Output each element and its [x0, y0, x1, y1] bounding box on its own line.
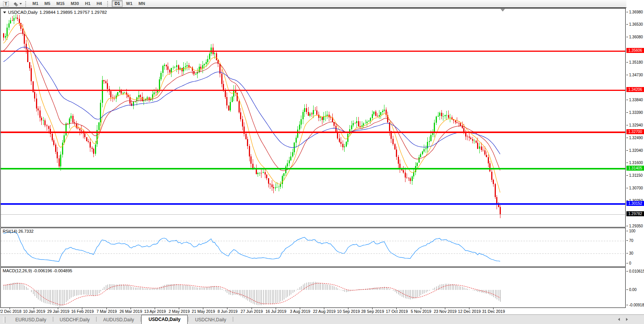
- chart-tab-usdcad[interactable]: USDCAD,Daily: [141, 315, 188, 324]
- timeframe-button-w1[interactable]: W1: [123, 0, 135, 7]
- chart-title: USDCAD,Daily 1.29844 1.29895 1.29757 1.2…: [3, 10, 107, 15]
- toolbar-separator: [107, 1, 109, 7]
- hline-price-label: 1.32700: [626, 129, 644, 134]
- toolbar: T M1M5M15M30H1H4D1W1MN: [0, 0, 644, 8]
- ohlc-quote-label: 1.29844 1.29895 1.29757 1.29782: [39, 10, 107, 15]
- chart-tab-audusd[interactable]: AUDUSD,Daily: [97, 316, 140, 324]
- chart-tab-usdcnh[interactable]: USDCNH,Daily: [189, 316, 232, 324]
- chart-tab-usdchf[interactable]: USDCHF,Daily: [54, 316, 96, 324]
- hline-price-label: 1.34206: [626, 87, 644, 92]
- rsi-axis-tick: 30: [626, 251, 633, 256]
- price-axis-tick: 1.29350: [626, 224, 643, 229]
- rsi-axis-tick: 100: [626, 229, 636, 233]
- timeframe-button-h1[interactable]: H1: [82, 0, 93, 7]
- tabbar-grip: [3, 317, 5, 323]
- price-axis-tick: 1.30700: [626, 186, 643, 191]
- timeframe-toolbar: M1M5M15M30H1H4D1W1MN: [29, 0, 148, 7]
- candlestick-plot: [1, 8, 625, 227]
- price-axis-tick: 1.31150: [626, 173, 642, 178]
- timeframe-button-h4[interactable]: H4: [94, 0, 105, 7]
- price-axis-tick: 1.36080: [626, 35, 643, 39]
- tab-separator: [53, 317, 53, 322]
- timeframe-button-m30[interactable]: M30: [68, 0, 82, 7]
- collapse-icon[interactable]: [3, 12, 6, 13]
- rsi-plot: [1, 228, 625, 266]
- price-axis-tick: 1.36530: [626, 22, 643, 27]
- mt4-window: T M1M5M15M30H1H4D1W1MN USDCAD,Daily 1.29…: [0, 0, 644, 324]
- price-axis-tick: 1.35180: [626, 60, 643, 65]
- price-axis-tick: 1.31600: [626, 161, 643, 165]
- toolbar-separator: [25, 1, 27, 7]
- macd-axis-tick: 0.00: [626, 287, 636, 292]
- tab-separator: [233, 317, 233, 322]
- chevron-down-icon: [20, 3, 22, 5]
- price-axis-tick: 1.32040: [626, 148, 643, 153]
- scroll-right-icon[interactable]: [626, 318, 628, 321]
- tab-separator: [188, 317, 188, 322]
- text-tool-button[interactable]: T: [2, 0, 10, 7]
- hline-price-label: 1.31405: [626, 166, 644, 171]
- chart-tabs: EURUSD,DailyUSDCHF,DailyAUDUSD,DailyUSDC…: [9, 315, 234, 324]
- hline-price-label: 1.35606: [626, 48, 644, 53]
- price-axis-tick: 1.33390: [626, 110, 643, 115]
- price-axis-tick: 1.32490: [626, 136, 643, 140]
- symbol-period-label: USDCAD,Daily: [8, 10, 38, 15]
- macd-axis-tick: 0.010615: [626, 269, 644, 273]
- timeframe-button-m5[interactable]: M5: [42, 0, 53, 7]
- timeframe-button-m15[interactable]: M15: [54, 0, 67, 7]
- text-tool-icon: T: [3, 1, 9, 7]
- scroll-left-icon[interactable]: [618, 318, 620, 321]
- timeframe-button-mn[interactable]: MN: [136, 0, 148, 7]
- timeframe-button-d1[interactable]: D1: [112, 0, 123, 7]
- chart-tab-eurusd[interactable]: EURUSD,Daily: [9, 316, 52, 324]
- macd-label: MACD(12,26,9) -0.006196 -0.004895: [3, 268, 72, 273]
- hline-price-label: 1.30152: [626, 201, 644, 206]
- macd-plot: [1, 268, 625, 308]
- price-axis-tick: 1.32940: [626, 123, 643, 128]
- price-pane[interactable]: USDCAD,Daily 1.29844 1.29895 1.29757 1.2…: [0, 8, 626, 227]
- rsi-pane[interactable]: RSI(14) 26.7332: [0, 228, 626, 267]
- chart-tab-bar: EURUSD,DailyUSDCHF,DailyAUDUSD,DailyUSDC…: [0, 314, 644, 324]
- time-axis-label: 31 Dec 2019: [475, 309, 512, 314]
- rsi-axis-tick: 0: [626, 261, 631, 265]
- price-axis-tick: 1.33840: [626, 98, 643, 102]
- price-axis-tick: 1.34730: [626, 73, 643, 77]
- macd-pane[interactable]: MACD(12,26,9) -0.006196 -0.004895: [0, 267, 626, 308]
- price-axis[interactable]: 1.369801.365301.360801.351801.347301.338…: [626, 0, 644, 324]
- time-axis[interactable]: 22 Dec 201810 Jan 201929 Jan 201916 Feb …: [0, 308, 626, 314]
- current-price-label: 1.29782: [626, 211, 644, 216]
- tab-separator: [141, 317, 141, 322]
- indicators-button[interactable]: [13, 0, 23, 7]
- tab-scroll-buttons: [618, 318, 628, 321]
- macd-axis-tick: -0.00918: [626, 303, 644, 307]
- tab-separator: [96, 317, 96, 322]
- timeframe-button-m1[interactable]: M1: [30, 0, 41, 7]
- price-axis-tick: 1.36980: [626, 10, 643, 14]
- rsi-axis-tick: 70: [626, 238, 633, 243]
- rsi-label: RSI(14) 26.7332: [3, 229, 34, 234]
- chart-shift-marker[interactable]: [500, 9, 505, 12]
